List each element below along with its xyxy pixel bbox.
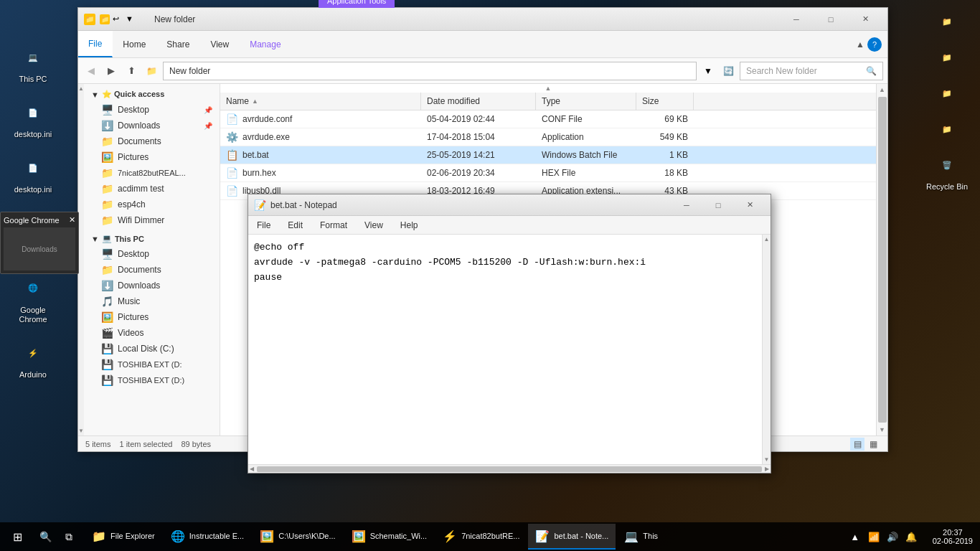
notepad-scroll-left[interactable]: ◀: [248, 464, 255, 474]
taskbar-item-notepad[interactable]: 📝 bet.bat - Note...: [528, 524, 616, 550]
toolbar-chevron[interactable]: ▼: [126, 14, 136, 24]
notepad-maximize[interactable]: □: [703, 196, 733, 215]
notepad-scroll-up[interactable]: ▲: [763, 235, 771, 244]
ribbon-tab-file[interactable]: File: [78, 31, 113, 57]
file-row-avrdude-conf[interactable]: 📄 avrdude.conf 05-04-2019 02:44 CONF Fil…: [220, 110, 876, 128]
tray-volume-icon[interactable]: 🔊: [884, 522, 901, 551]
sidebar-item-7nicat[interactable]: 📁 7nicat82butREAL...: [84, 165, 220, 181]
sidebar-item-pictures2[interactable]: 🖼️ Pictures: [84, 309, 220, 325]
scroll-up-btn[interactable]: ▲: [78, 85, 84, 92]
notepad-close[interactable]: ✕: [735, 196, 765, 215]
sidebar-item-music[interactable]: 🎵 Music: [84, 293, 220, 309]
col-header-date[interactable]: Date modified: [421, 93, 536, 110]
address-box[interactable]: New folder: [163, 62, 697, 80]
notepad-content[interactable]: @echo off avrdude -v -patmega8 -carduino…: [248, 235, 762, 464]
file-row-avrdude-exe[interactable]: ⚙️ avrdude.exe 17-04-2018 15:04 Applicat…: [220, 128, 876, 146]
help-button[interactable]: ?: [867, 37, 882, 52]
sidebar-item-documents2[interactable]: 📁 Documents: [84, 262, 220, 278]
maximize-button[interactable]: □: [814, 9, 847, 30]
taskbar-item-7nicat[interactable]: ⚡ 7nicat82butRE...: [435, 524, 527, 550]
tray-show-hidden[interactable]: ▲: [847, 522, 864, 551]
taskbar-search-icon[interactable]: 🔍: [34, 522, 56, 551]
file-list-scrollbar[interactable]: ▲ ▼: [876, 84, 887, 435]
taskbar-item-schematic[interactable]: 🖼️ Schematic_Wi...: [344, 524, 434, 550]
scroll-down-btn[interactable]: ▼: [78, 428, 84, 434]
toolbar-undo[interactable]: ↩: [113, 14, 123, 24]
icon-right-4[interactable]: 📁: [921, 115, 973, 143]
filelist-scroll-up[interactable]: ▲: [877, 84, 887, 95]
scroll-thumb[interactable]: [878, 97, 887, 423]
notepad-menu-help[interactable]: Help: [392, 216, 427, 234]
desktop-ini-icon-1[interactable]: 📄 desktop.ini: [7, 98, 59, 139]
ribbon-tab-manage[interactable]: Manage: [240, 31, 291, 57]
sidebar-item-esp4ch[interactable]: 📁 esp4ch: [84, 197, 220, 212]
arduino-desktop-icon[interactable]: ⚡ Arduino: [7, 339, 59, 380]
sidebar-quick-access-header[interactable]: ▼ ⭐ Quick access: [84, 87, 220, 102]
col-header-name[interactable]: Name ▲: [220, 93, 421, 110]
taskbar-item-file-explorer[interactable]: 📁 File Explorer: [85, 524, 162, 550]
notepad-menu-edit[interactable]: Edit: [279, 216, 311, 234]
col-header-type[interactable]: Type: [536, 93, 636, 110]
minimize-button[interactable]: ─: [780, 9, 813, 30]
notepad-menu-format[interactable]: Format: [311, 216, 356, 234]
notepad-scrollbar-h[interactable]: ◀ ▶: [248, 464, 771, 473]
task-view-button[interactable]: ⧉: [56, 522, 82, 551]
ribbon-collapse[interactable]: ▲: [856, 39, 864, 50]
ribbon-tab-home[interactable]: Home: [113, 31, 156, 57]
google-chrome-desktop-icon[interactable]: 🌐 Google Chrome Google Chrome ✕ Download…: [7, 274, 59, 324]
ribbon-tab-view[interactable]: View: [200, 31, 240, 57]
col-header-size[interactable]: Size: [636, 93, 694, 110]
notepad-scroll-right[interactable]: ▶: [763, 464, 771, 474]
sidebar-item-toshiba1[interactable]: 💾 TOSHIBA EXT (D:: [84, 357, 220, 372]
start-button[interactable]: ⊞: [0, 522, 34, 551]
refresh-button[interactable]: 🔄: [720, 62, 737, 80]
recycle-bin-icon[interactable]: 🗑️ Recycle Bin: [921, 151, 973, 192]
sidebar-scrollbar[interactable]: ▲ ▼: [78, 84, 84, 435]
up-button[interactable]: ⬆: [123, 62, 140, 80]
sidebar-item-desktop[interactable]: 🖥️ Desktop 📌: [84, 102, 220, 118]
close-button[interactable]: ✕: [849, 9, 882, 30]
tray-notification-icon[interactable]: 🔔: [903, 522, 920, 551]
sidebar-item-downloads[interactable]: ⬇️ Downloads 📌: [84, 118, 220, 133]
this-pc-desktop-icon[interactable]: 💻 This PC: [7, 43, 59, 84]
notepad-menu-help-label: Help: [400, 220, 418, 230]
toolbar-icon-1[interactable]: 📁: [100, 14, 110, 24]
notepad-scroll-thumb-h[interactable]: [257, 466, 762, 472]
tray-network-icon[interactable]: 📶: [865, 522, 882, 551]
taskbar-item-instructable[interactable]: 🌐 Instructable E...: [164, 524, 251, 550]
address-dropdown[interactable]: ▼: [699, 62, 717, 80]
thumbnail-close[interactable]: ✕: [69, 215, 75, 225]
taskbar-clock[interactable]: 20:37 02-06-2019: [925, 522, 980, 551]
search-box[interactable]: Search New folder 🔍: [740, 62, 883, 80]
sidebar-item-desktop2[interactable]: 🖥️ Desktop: [84, 246, 220, 262]
sidebar-item-downloads2[interactable]: ⬇️ Downloads: [84, 278, 220, 293]
address-bar-row: ◀ ▶ ⬆ 📁 New folder ▼ 🔄 Search New folder…: [78, 58, 887, 84]
notepad-menu-view[interactable]: View: [356, 216, 392, 234]
view-icons-btn[interactable]: ▦: [866, 438, 880, 451]
back-button[interactable]: ◀: [83, 62, 100, 80]
view-details-btn[interactable]: ▤: [850, 438, 864, 451]
notepad-scroll-down[interactable]: ▼: [763, 455, 771, 464]
icon-right-3[interactable]: 📁: [921, 79, 973, 108]
file-row-burn-hex[interactable]: 📄 burn.hex 02-06-2019 20:34 HEX File 18 …: [220, 164, 876, 182]
sidebar-this-pc-header[interactable]: ▼ 💻 This PC: [84, 231, 220, 246]
sidebar-item-videos[interactable]: 🎬 Videos: [84, 325, 220, 341]
ribbon-tab-share[interactable]: Share: [156, 31, 200, 57]
taskbar-item-thispc[interactable]: 💻 This: [617, 524, 665, 550]
desktop-ini-icon-2[interactable]: 📄 desktop.ini: [7, 154, 59, 194]
forward-button[interactable]: ▶: [103, 62, 120, 80]
sidebar-item-documents[interactable]: 📁 Documents: [84, 133, 220, 149]
taskbar-item-image[interactable]: 🖼️ C:\Users\K\De...: [253, 524, 342, 550]
notepad-scrollbar-v[interactable]: ▲ ▼: [762, 235, 771, 464]
sidebar-item-pictures[interactable]: 🖼️ Pictures: [84, 149, 220, 165]
notepad-menu-file[interactable]: File: [248, 216, 279, 234]
sidebar-item-acdimm[interactable]: 📁 acdimm test: [84, 181, 220, 197]
filelist-scroll-down[interactable]: ▼: [877, 424, 887, 435]
icon-right-1[interactable]: 📁: [921, 7, 973, 36]
file-row-bet-bat[interactable]: 📋 bet.bat 25-05-2019 14:21 Windows Batch…: [220, 146, 876, 164]
sidebar-item-wifi[interactable]: 📁 Wifi Dimmer: [84, 212, 220, 228]
icon-right-2[interactable]: 📁: [921, 43, 973, 72]
sidebar-item-toshiba2[interactable]: 💾 TOSHIBA EXT (D:): [84, 372, 220, 388]
sidebar-item-localc[interactable]: 💾 Local Disk (C:): [84, 341, 220, 357]
notepad-minimize[interactable]: ─: [672, 196, 702, 215]
